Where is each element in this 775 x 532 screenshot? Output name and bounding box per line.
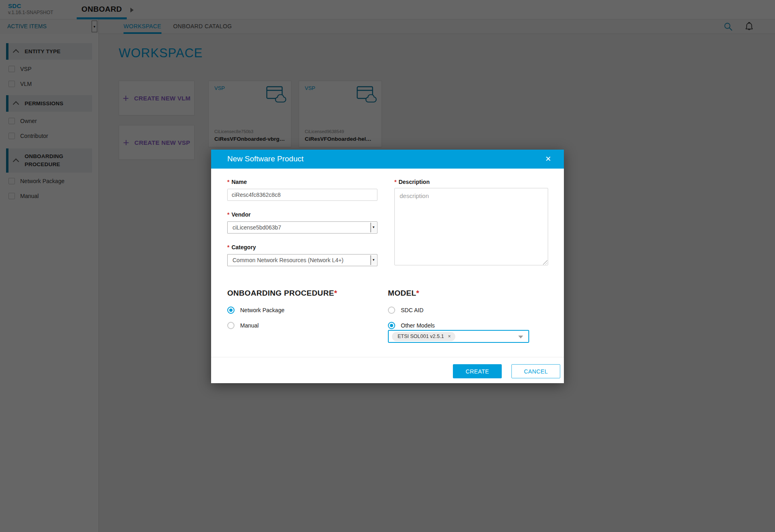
onboarding-procedure-heading: ONBOARDING PROCEDURE* — [227, 289, 337, 298]
radio-other-models[interactable]: Other Models — [388, 321, 435, 330]
vendor-field-label: *Vendor — [227, 211, 251, 218]
select-dropdown-icon[interactable]: ▼ — [371, 223, 376, 232]
required-asterisk: * — [416, 289, 419, 297]
required-asterisk: * — [227, 211, 229, 218]
required-asterisk: * — [394, 179, 396, 185]
radio-selected-icon[interactable] — [227, 307, 235, 314]
modal-header: New Software Product ✕ — [211, 150, 564, 169]
model-tag-pill: ETSI SOL001 v2.5.1 × — [392, 332, 455, 341]
radio-manual[interactable]: Manual — [227, 321, 259, 330]
caret-down-icon[interactable] — [518, 336, 523, 338]
category-select[interactable]: Common Network Resources (Network L4+) ▼ — [227, 254, 377, 266]
tag-remove-icon[interactable]: × — [448, 334, 451, 339]
sdc-application: SDC v.1.16.1-SNAPSHOT ONBOARD ACTIVE ITE… — [0, 0, 775, 532]
description-field-label: *Description — [394, 179, 429, 185]
description-textarea[interactable] — [394, 188, 548, 265]
modal-title: New Software Product — [227, 150, 304, 168]
model-heading: MODEL* — [388, 289, 419, 298]
name-input[interactable] — [227, 189, 377, 201]
create-button[interactable]: CREATE — [453, 364, 502, 378]
radio-label: Manual — [240, 322, 259, 329]
radio-label: Network Package — [240, 307, 285, 313]
radio-label: SDC AID — [401, 307, 423, 313]
required-asterisk: * — [334, 289, 337, 297]
description-textarea-wrap — [394, 188, 548, 265]
radio-sdc-aid[interactable]: SDC AID — [388, 306, 423, 314]
close-icon[interactable]: ✕ — [541, 150, 555, 169]
vendor-select[interactable]: ciLicense5bd063b7 ▼ — [227, 221, 377, 234]
other-models-multiselect[interactable]: ETSI SOL001 v2.5.1 × — [388, 330, 529, 343]
cancel-button[interactable]: CANCEL — [511, 364, 560, 378]
radio-unselected-icon[interactable] — [388, 307, 395, 314]
name-field-label: *Name — [227, 179, 247, 185]
radio-network-package[interactable]: Network Package — [227, 306, 285, 314]
model-tag-label: ETSI SOL001 v2.5.1 — [398, 334, 444, 339]
radio-unselected-icon[interactable] — [227, 322, 235, 329]
modal-footer-divider — [211, 357, 564, 357]
required-asterisk: * — [227, 244, 229, 250]
category-field-label: *Category — [227, 244, 256, 250]
select-dropdown-icon[interactable]: ▼ — [371, 255, 376, 265]
new-software-product-modal: New Software Product ✕ *Name *Vendor ciL… — [211, 150, 564, 383]
radio-selected-icon[interactable] — [388, 322, 395, 329]
required-asterisk: * — [227, 179, 229, 185]
category-select-value: Common Network Resources (Network L4+) — [232, 257, 344, 263]
vendor-select-value: ciLicense5bd063b7 — [232, 224, 281, 231]
radio-label: Other Models — [401, 322, 435, 329]
